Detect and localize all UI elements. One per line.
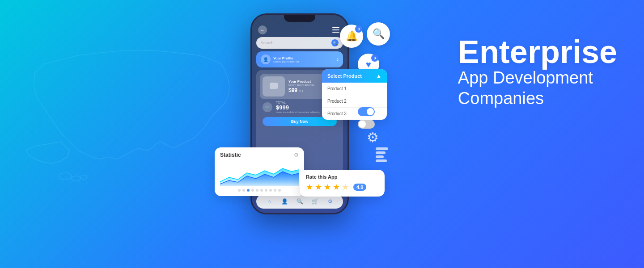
list-bar <box>376 159 387 162</box>
profile-nav-icon: 👤 <box>281 198 288 205</box>
svg-rect-3 <box>270 83 278 89</box>
stat-chart <box>220 162 299 186</box>
phone-header: ← <box>256 25 343 34</box>
select-product-card: Select Product ▲ Product 1 Product 2 Pro… <box>322 69 387 120</box>
search-bar: Search 🔍 <box>256 37 343 49</box>
search-bubble[interactable]: 🔍 <box>367 22 390 46</box>
search-icon: 🔍 <box>331 39 339 46</box>
stat-dot-4 <box>251 189 254 192</box>
select-product-icon: ▲ <box>376 73 381 79</box>
stat-header: Statistic ⚙ <box>220 152 299 158</box>
stat-title: Statistic <box>220 152 241 158</box>
rate-app-card: Rate this App ★ ★ ★ ★ ★ 4.0 <box>300 170 385 197</box>
stat-dot-7 <box>265 189 267 192</box>
select-product-title: Select Product <box>327 73 362 79</box>
rate-score: 4.0 <box>353 184 366 191</box>
profile-name: Your Profile <box>273 56 299 60</box>
home-icon: ⌂ <box>266 198 273 205</box>
heart-icon: ♥ <box>366 59 371 70</box>
product-option-3[interactable]: Product 3 <box>322 108 387 120</box>
profile-subtitle: Lorem ipsum dolor sit <box>273 60 299 63</box>
list-bar <box>376 155 384 158</box>
phone-notch <box>284 15 315 22</box>
toggle-1[interactable] <box>358 107 375 116</box>
product-qty: x 1 <box>299 89 303 92</box>
toggle-knob-1 <box>367 108 374 115</box>
total-price: $999 <box>276 104 320 111</box>
svg-point-2 <box>80 175 87 180</box>
cart-nav-icon: 🛒 <box>311 198 318 205</box>
svg-point-1 <box>72 176 80 181</box>
product-details: Your Product Lorem ipsum dolor sit $99 x… <box>288 80 314 93</box>
stat-dot-8 <box>269 189 272 192</box>
stat-dot-3 <box>247 189 250 192</box>
stat-dot-9 <box>274 189 276 192</box>
stat-dot-1 <box>238 189 241 192</box>
chevron-right-icon: › <box>337 56 339 63</box>
avatar: 👤 <box>261 54 271 64</box>
profile-row: 👤 Your Profile Lorem ipsum dolor sit › <box>256 51 343 67</box>
star-4[interactable]: ★ <box>333 182 340 192</box>
product-option-1[interactable]: Product 1 <box>322 83 387 95</box>
stat-dot-5 <box>256 189 258 192</box>
svg-point-0 <box>59 173 72 180</box>
list-row-2 <box>376 151 388 154</box>
list-row-3 <box>376 155 388 158</box>
stat-dots <box>220 189 299 192</box>
product-option-2[interactable]: Product 2 <box>322 95 387 108</box>
profile-info: Your Profile Lorem ipsum dolor sit <box>273 56 299 63</box>
total-info: TOTAL $999 Lorem ipsum dolor sit consect… <box>276 101 320 113</box>
statistic-card: Statistic ⚙ <box>215 147 304 196</box>
list-bar <box>376 151 386 154</box>
notification-bell[interactable]: 🔔 3 <box>340 25 363 48</box>
gear-float-icon: ⚙ <box>367 130 379 145</box>
search-bubble-icon: 🔍 <box>373 28 385 40</box>
enterprise-subtitle-line2: Companies <box>458 88 617 109</box>
product-name: Your Product <box>288 80 314 84</box>
rate-title: Rate this App <box>306 174 378 180</box>
list-row-4 <box>376 159 388 162</box>
stat-dot-6 <box>260 189 263 192</box>
toggle-2[interactable] <box>358 120 375 129</box>
list-icon <box>376 147 388 162</box>
total-desc: Lorem ipsum dolor sit consectetur adipis… <box>276 111 320 113</box>
star-5[interactable]: ★ <box>342 182 349 192</box>
bell-icon: 🔔 <box>346 30 358 42</box>
settings-nav-icon: ⚙ <box>326 198 334 205</box>
stat-dot-2 <box>242 189 245 192</box>
rate-stars: ★ ★ ★ ★ ★ 4.0 <box>306 182 378 192</box>
list-bar <box>376 147 388 150</box>
stat-gear-icon: ⚙ <box>294 152 299 158</box>
total-label: TOTAL <box>276 101 320 104</box>
enterprise-text-block: Enterprise App Development Companies <box>458 36 617 109</box>
toggle-container <box>358 107 375 129</box>
product-price: $99 <box>288 87 297 93</box>
stat-dot-10 <box>278 189 281 192</box>
enterprise-subtitle-line1: App Development <box>458 68 617 88</box>
cart-icon: 🛒 <box>263 102 272 112</box>
enterprise-title: Enterprise <box>458 36 617 68</box>
back-icon: ← <box>258 25 267 34</box>
star-1[interactable]: ★ <box>306 182 313 192</box>
product-image <box>263 76 285 96</box>
heart-badge: 3 <box>371 54 378 62</box>
star-2[interactable]: ★ <box>315 182 322 192</box>
search-nav-icon: 🔍 <box>296 198 303 205</box>
star-3[interactable]: ★ <box>324 182 331 192</box>
background: ← Search 🔍 👤 Your Profile <box>0 0 644 268</box>
search-placeholder: Search <box>261 41 274 45</box>
bell-badge: 3 <box>355 25 362 33</box>
profile-left: 👤 Your Profile Lorem ipsum dolor sit <box>261 54 299 64</box>
toggle-knob-2 <box>359 121 366 128</box>
select-product-header: Select Product ▲ <box>322 69 387 83</box>
list-row-1 <box>376 147 388 150</box>
product-desc: Lorem ipsum dolor sit <box>288 84 314 86</box>
